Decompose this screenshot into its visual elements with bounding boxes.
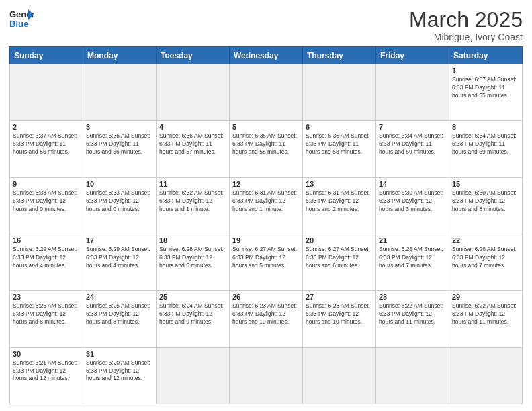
table-row: 9Sunrise: 6:33 AM Sunset: 6:33 PM Daylig… bbox=[10, 177, 83, 234]
table-row: 6Sunrise: 6:35 AM Sunset: 6:33 PM Daylig… bbox=[303, 121, 376, 177]
table-row: 12Sunrise: 6:31 AM Sunset: 6:33 PM Dayli… bbox=[230, 177, 303, 234]
calendar-week-row: 9Sunrise: 6:33 AM Sunset: 6:33 PM Daylig… bbox=[10, 177, 523, 234]
table-row: 19Sunrise: 6:27 AM Sunset: 6:33 PM Dayli… bbox=[230, 234, 303, 291]
table-row bbox=[230, 64, 303, 121]
table-row: 11Sunrise: 6:32 AM Sunset: 6:33 PM Dayli… bbox=[157, 177, 230, 234]
table-row: 10Sunrise: 6:33 AM Sunset: 6:33 PM Dayli… bbox=[83, 177, 157, 234]
col-sunday: Sunday bbox=[10, 47, 83, 64]
table-row: 20Sunrise: 6:27 AM Sunset: 6:33 PM Dayli… bbox=[303, 234, 376, 291]
month-title: March 2025 bbox=[409, 8, 523, 32]
day-number: 5 bbox=[232, 123, 300, 131]
col-thursday: Thursday bbox=[303, 47, 376, 64]
day-info: Sunrise: 6:36 AM Sunset: 6:33 PM Dayligh… bbox=[86, 132, 153, 156]
table-row: 4Sunrise: 6:36 AM Sunset: 6:33 PM Daylig… bbox=[157, 121, 230, 177]
table-row: 18Sunrise: 6:28 AM Sunset: 6:33 PM Dayli… bbox=[157, 234, 230, 291]
day-number: 28 bbox=[379, 293, 446, 301]
day-number: 2 bbox=[13, 123, 80, 131]
table-row: 17Sunrise: 6:29 AM Sunset: 6:33 PM Dayli… bbox=[83, 234, 157, 291]
title-block: March 2025 Mibrigue, Ivory Coast bbox=[409, 8, 523, 42]
calendar-week-row: 1Sunrise: 6:37 AM Sunset: 6:33 PM Daylig… bbox=[10, 64, 523, 121]
day-info: Sunrise: 6:23 AM Sunset: 6:33 PM Dayligh… bbox=[232, 302, 300, 326]
day-info: Sunrise: 6:31 AM Sunset: 6:33 PM Dayligh… bbox=[306, 189, 373, 214]
col-friday: Friday bbox=[376, 47, 449, 64]
day-number: 3 bbox=[86, 123, 153, 131]
table-row: 30Sunrise: 6:21 AM Sunset: 6:33 PM Dayli… bbox=[10, 347, 83, 404]
logo: General Blue bbox=[9, 8, 34, 30]
table-row: 13Sunrise: 6:31 AM Sunset: 6:33 PM Dayli… bbox=[303, 177, 376, 234]
table-row bbox=[157, 64, 230, 121]
day-info: Sunrise: 6:27 AM Sunset: 6:33 PM Dayligh… bbox=[306, 246, 373, 270]
day-info: Sunrise: 6:21 AM Sunset: 6:33 PM Dayligh… bbox=[13, 359, 80, 383]
table-row: 22Sunrise: 6:26 AM Sunset: 6:33 PM Dayli… bbox=[449, 234, 523, 291]
day-info: Sunrise: 6:37 AM Sunset: 6:33 PM Dayligh… bbox=[13, 132, 80, 156]
table-row: 29Sunrise: 6:22 AM Sunset: 6:33 PM Dayli… bbox=[449, 291, 523, 347]
day-number: 18 bbox=[159, 236, 226, 244]
table-row: 5Sunrise: 6:35 AM Sunset: 6:33 PM Daylig… bbox=[230, 121, 303, 177]
day-info: Sunrise: 6:25 AM Sunset: 6:33 PM Dayligh… bbox=[13, 302, 80, 326]
table-row: 2Sunrise: 6:37 AM Sunset: 6:33 PM Daylig… bbox=[10, 121, 83, 177]
table-row: 26Sunrise: 6:23 AM Sunset: 6:33 PM Dayli… bbox=[230, 291, 303, 347]
day-info: Sunrise: 6:28 AM Sunset: 6:33 PM Dayligh… bbox=[159, 246, 226, 270]
day-number: 29 bbox=[452, 293, 519, 301]
header: General Blue March 2025 Mibrigue, Ivory … bbox=[9, 8, 523, 42]
table-row: 24Sunrise: 6:25 AM Sunset: 6:33 PM Dayli… bbox=[83, 291, 157, 347]
table-row bbox=[376, 347, 449, 404]
day-info: Sunrise: 6:24 AM Sunset: 6:33 PM Dayligh… bbox=[159, 302, 226, 326]
day-info: Sunrise: 6:36 AM Sunset: 6:33 PM Dayligh… bbox=[159, 132, 226, 156]
table-row bbox=[157, 347, 230, 404]
day-number: 11 bbox=[159, 180, 226, 188]
day-info: Sunrise: 6:27 AM Sunset: 6:33 PM Dayligh… bbox=[232, 246, 300, 270]
day-info: Sunrise: 6:29 AM Sunset: 6:33 PM Dayligh… bbox=[86, 246, 153, 270]
table-row bbox=[449, 347, 523, 404]
day-number: 24 bbox=[86, 293, 153, 301]
day-number: 20 bbox=[306, 236, 373, 244]
calendar-week-row: 23Sunrise: 6:25 AM Sunset: 6:33 PM Dayli… bbox=[10, 291, 523, 347]
day-info: Sunrise: 6:37 AM Sunset: 6:33 PM Dayligh… bbox=[452, 76, 519, 100]
table-row: 28Sunrise: 6:22 AM Sunset: 6:33 PM Dayli… bbox=[376, 291, 449, 347]
table-row: 23Sunrise: 6:25 AM Sunset: 6:33 PM Dayli… bbox=[10, 291, 83, 347]
table-row bbox=[83, 64, 157, 121]
day-info: Sunrise: 6:23 AM Sunset: 6:33 PM Dayligh… bbox=[306, 302, 373, 326]
page: General Blue March 2025 Mibrigue, Ivory … bbox=[0, 0, 532, 411]
day-info: Sunrise: 6:32 AM Sunset: 6:33 PM Dayligh… bbox=[159, 189, 226, 214]
day-number: 19 bbox=[232, 236, 300, 244]
table-row: 16Sunrise: 6:29 AM Sunset: 6:33 PM Dayli… bbox=[10, 234, 83, 291]
day-number: 7 bbox=[379, 123, 446, 131]
day-number: 16 bbox=[13, 236, 80, 244]
location: Mibrigue, Ivory Coast bbox=[409, 32, 523, 42]
day-info: Sunrise: 6:29 AM Sunset: 6:33 PM Dayligh… bbox=[13, 246, 80, 270]
generalblue-logo-icon: General Blue bbox=[9, 8, 34, 30]
day-info: Sunrise: 6:30 AM Sunset: 6:33 PM Dayligh… bbox=[379, 189, 446, 214]
day-info: Sunrise: 6:30 AM Sunset: 6:33 PM Dayligh… bbox=[452, 189, 519, 214]
table-row: 27Sunrise: 6:23 AM Sunset: 6:33 PM Dayli… bbox=[303, 291, 376, 347]
table-row: 14Sunrise: 6:30 AM Sunset: 6:33 PM Dayli… bbox=[376, 177, 449, 234]
day-info: Sunrise: 6:35 AM Sunset: 6:33 PM Dayligh… bbox=[306, 132, 373, 156]
day-number: 12 bbox=[232, 180, 300, 188]
calendar-week-row: 16Sunrise: 6:29 AM Sunset: 6:33 PM Dayli… bbox=[10, 234, 523, 291]
table-row: 3Sunrise: 6:36 AM Sunset: 6:33 PM Daylig… bbox=[83, 121, 157, 177]
day-info: Sunrise: 6:22 AM Sunset: 6:33 PM Dayligh… bbox=[452, 302, 519, 326]
table-row: 1Sunrise: 6:37 AM Sunset: 6:33 PM Daylig… bbox=[449, 64, 523, 121]
day-number: 17 bbox=[86, 236, 153, 244]
table-row bbox=[230, 347, 303, 404]
day-info: Sunrise: 6:22 AM Sunset: 6:33 PM Dayligh… bbox=[379, 302, 446, 326]
calendar-week-row: 2Sunrise: 6:37 AM Sunset: 6:33 PM Daylig… bbox=[10, 121, 523, 177]
day-number: 1 bbox=[452, 66, 519, 75]
svg-text:Blue: Blue bbox=[9, 19, 28, 29]
day-info: Sunrise: 6:34 AM Sunset: 6:33 PM Dayligh… bbox=[452, 132, 519, 156]
table-row: 21Sunrise: 6:26 AM Sunset: 6:33 PM Dayli… bbox=[376, 234, 449, 291]
day-number: 30 bbox=[13, 350, 80, 358]
day-number: 14 bbox=[379, 180, 446, 188]
day-info: Sunrise: 6:34 AM Sunset: 6:33 PM Dayligh… bbox=[379, 132, 446, 156]
table-row bbox=[10, 64, 83, 121]
table-row bbox=[303, 64, 376, 121]
calendar-header-row: Sunday Monday Tuesday Wednesday Thursday… bbox=[10, 47, 523, 64]
day-info: Sunrise: 6:20 AM Sunset: 6:33 PM Dayligh… bbox=[86, 359, 153, 383]
day-number: 8 bbox=[452, 123, 519, 131]
day-info: Sunrise: 6:33 AM Sunset: 6:33 PM Dayligh… bbox=[86, 189, 153, 214]
table-row: 15Sunrise: 6:30 AM Sunset: 6:33 PM Dayli… bbox=[449, 177, 523, 234]
day-number: 22 bbox=[452, 236, 519, 244]
day-info: Sunrise: 6:33 AM Sunset: 6:33 PM Dayligh… bbox=[13, 189, 80, 214]
day-number: 27 bbox=[306, 293, 373, 301]
day-number: 25 bbox=[159, 293, 226, 301]
